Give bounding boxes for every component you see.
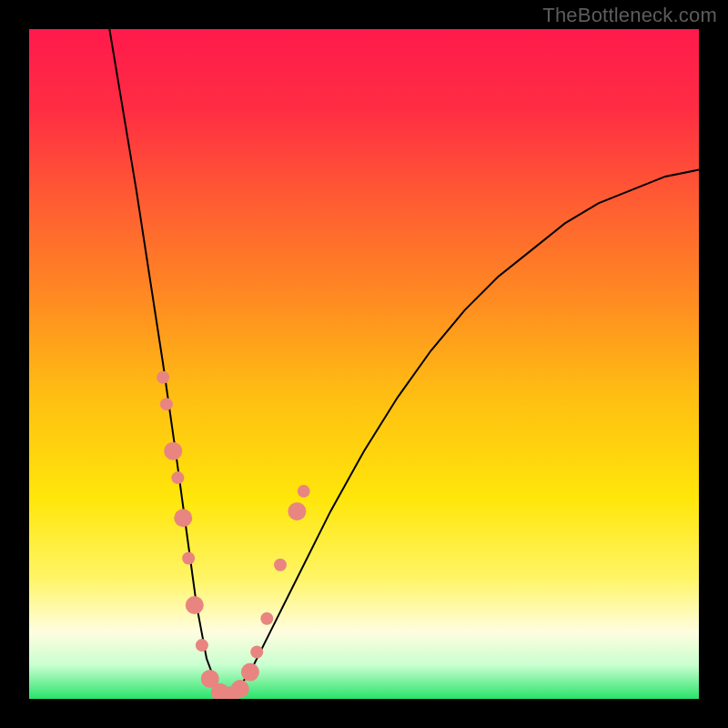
curve-dot [174,509,192,527]
curve-dot [241,663,259,682]
curve-dot [288,502,306,521]
curve-dot [298,485,310,498]
watermark-text: TheBottleneck.com [542,4,717,27]
gradient-background [29,29,699,699]
curve-dot [274,559,287,571]
curve-dot [186,596,204,614]
curve-dot [157,371,169,384]
curve-dot [171,471,184,484]
plot-svg [29,29,699,699]
curve-dot [182,551,195,564]
curve-dot [231,680,249,698]
chart-frame: TheBottleneck.com [0,0,728,728]
curve-dot [196,639,208,652]
curve-dot [164,442,182,460]
curve-dot [250,645,263,658]
plot-area [29,29,699,699]
curve-dot [260,612,273,625]
curve-dot [160,398,173,410]
